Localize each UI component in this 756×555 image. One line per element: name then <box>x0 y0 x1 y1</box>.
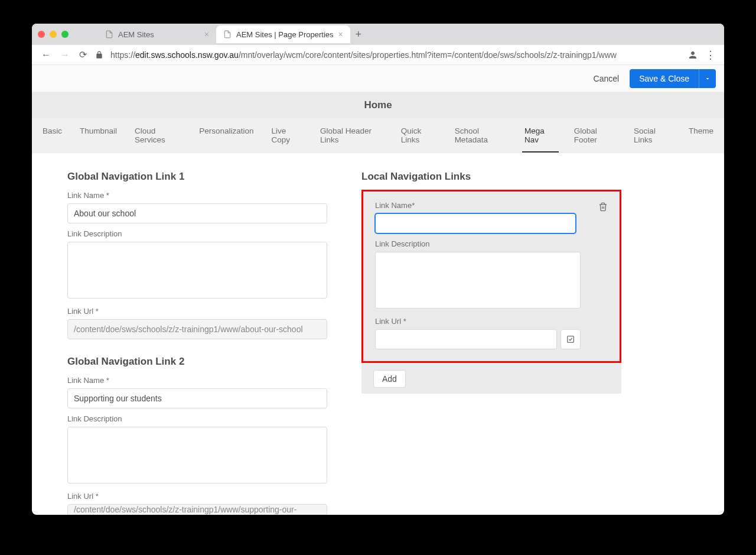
browser-tab[interactable]: AEM Sites | Page Properties × <box>216 25 350 43</box>
page-title: Home <box>32 92 724 118</box>
local-link-description-input[interactable] <box>375 252 581 309</box>
section-heading: Global Navigation Link 2 <box>67 356 327 368</box>
section-heading: Global Navigation Link 1 <box>67 171 327 183</box>
link-description-label: Link Description <box>375 239 608 248</box>
form-content: Global Navigation Link 1 Link Name * Lin… <box>32 153 724 515</box>
link-description-input[interactable] <box>67 427 327 483</box>
close-window-button[interactable] <box>38 31 45 38</box>
link-url-input[interactable]: /content/doe/sws/schools/z/z-trainingp1/… <box>67 504 327 515</box>
profile-icon[interactable] <box>687 50 698 60</box>
url-field[interactable]: https://edit.sws.schools.nsw.gov.au/mnt/… <box>110 50 680 60</box>
lock-icon <box>95 51 103 59</box>
add-button[interactable]: Add <box>373 370 406 388</box>
checkmark-icon <box>566 335 575 344</box>
link-name-label: Link Name * <box>67 376 327 385</box>
trash-icon <box>598 202 608 212</box>
path-picker-button[interactable] <box>561 329 581 349</box>
link-url-label: Link Url * <box>67 492 327 501</box>
link-description-label: Link Description <box>67 229 327 238</box>
link-name-input[interactable] <box>67 388 327 408</box>
page-icon <box>223 30 232 38</box>
maximize-window-button[interactable] <box>61 31 69 38</box>
svg-rect-0 <box>568 336 574 343</box>
back-button[interactable]: ← <box>40 48 52 61</box>
tab-title: AEM Sites <box>118 30 154 39</box>
page-icon <box>105 30 113 38</box>
tab-global-header-links[interactable]: Global Header Links <box>318 118 386 152</box>
link-name-label: Link Name * <box>67 191 327 200</box>
local-nav-area: Link Name* Link Description Link Url * <box>361 190 621 394</box>
forward-button[interactable]: → <box>59 48 71 61</box>
tab-cloud-services[interactable]: Cloud Services <box>132 118 184 152</box>
tab-global-footer[interactable]: Global Footer <box>572 118 618 152</box>
tab-thumbnail[interactable]: Thumbnail <box>77 118 119 152</box>
tab-title: AEM Sites | Page Properties <box>236 30 334 39</box>
link-description-label: Link Description <box>67 414 327 423</box>
url-prefix: https:// <box>110 50 135 60</box>
new-tab-button[interactable]: + <box>350 28 367 41</box>
dialog-action-bar: Cancel Save & Close <box>32 65 724 92</box>
local-link-name-input[interactable] <box>375 213 576 233</box>
url-path: /mnt/overlay/wcm/core/content/sites/prop… <box>239 50 617 60</box>
tab-school-metadata[interactable]: School Metadata <box>452 118 509 152</box>
property-tabs: Basic Thumbnail Cloud Services Personali… <box>32 118 724 153</box>
browser-menu-button[interactable]: ⋮ <box>705 53 716 57</box>
global-nav-column: Global Navigation Link 1 Link Name * Lin… <box>67 171 327 515</box>
section-heading: Local Navigation Links <box>361 171 621 183</box>
tab-personalization[interactable]: Personalization <box>197 118 256 152</box>
link-url-input[interactable]: /content/doe/sws/schools/z/z-trainingp1/… <box>67 319 327 339</box>
delete-button[interactable] <box>598 202 608 212</box>
address-bar: ← → ⟳ https://edit.sws.schools.nsw.gov.a… <box>32 45 724 65</box>
link-url-label: Link Url * <box>67 307 327 316</box>
close-tab-icon[interactable]: × <box>338 30 343 39</box>
reload-button[interactable]: ⟳ <box>78 48 88 61</box>
tab-mega-nav[interactable]: Mega Nav <box>522 118 559 152</box>
link-name-input[interactable] <box>67 203 327 223</box>
browser-window: AEM Sites × AEM Sites | Page Properties … <box>32 24 724 515</box>
local-link-url-input[interactable] <box>375 329 557 349</box>
tab-live-copy[interactable]: Live Copy <box>269 118 305 152</box>
link-name-label: Link Name* <box>375 201 598 210</box>
tab-social-links[interactable]: Social Links <box>631 118 673 152</box>
browser-tab-strip: AEM Sites × AEM Sites | Page Properties … <box>32 24 724 45</box>
local-nav-column: Local Navigation Links Link Name* Link D… <box>361 171 621 515</box>
save-close-dropdown[interactable] <box>699 69 716 88</box>
close-tab-icon[interactable]: × <box>204 30 209 39</box>
tab-theme[interactable]: Theme <box>686 118 716 152</box>
link-description-input[interactable] <box>67 242 327 298</box>
link-url-label: Link Url * <box>375 317 608 326</box>
window-controls <box>38 31 69 38</box>
tab-basic[interactable]: Basic <box>40 118 64 152</box>
tab-quick-links[interactable]: Quick Links <box>399 118 439 152</box>
url-host: edit.sws.schools.nsw.gov.au <box>135 50 239 60</box>
chevron-down-icon <box>704 75 711 82</box>
browser-tab[interactable]: AEM Sites × <box>98 25 216 43</box>
local-nav-item-highlight: Link Name* Link Description Link Url * <box>361 190 621 363</box>
save-close-button[interactable]: Save & Close <box>630 69 699 88</box>
cancel-button[interactable]: Cancel <box>594 74 620 83</box>
minimize-window-button[interactable] <box>50 31 57 38</box>
save-close-group: Save & Close <box>630 69 716 88</box>
